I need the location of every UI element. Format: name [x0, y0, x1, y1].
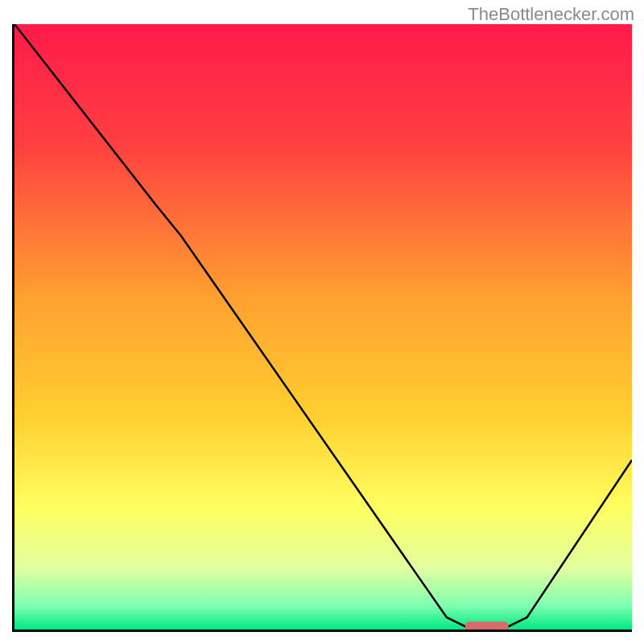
bottleneck-curve — [14, 24, 632, 626]
chart-curve-layer — [14, 24, 632, 630]
chart-plot-area — [12, 24, 632, 632]
watermark-text: TheBottlenecker.com — [468, 4, 634, 25]
optimal-marker — [465, 621, 509, 630]
